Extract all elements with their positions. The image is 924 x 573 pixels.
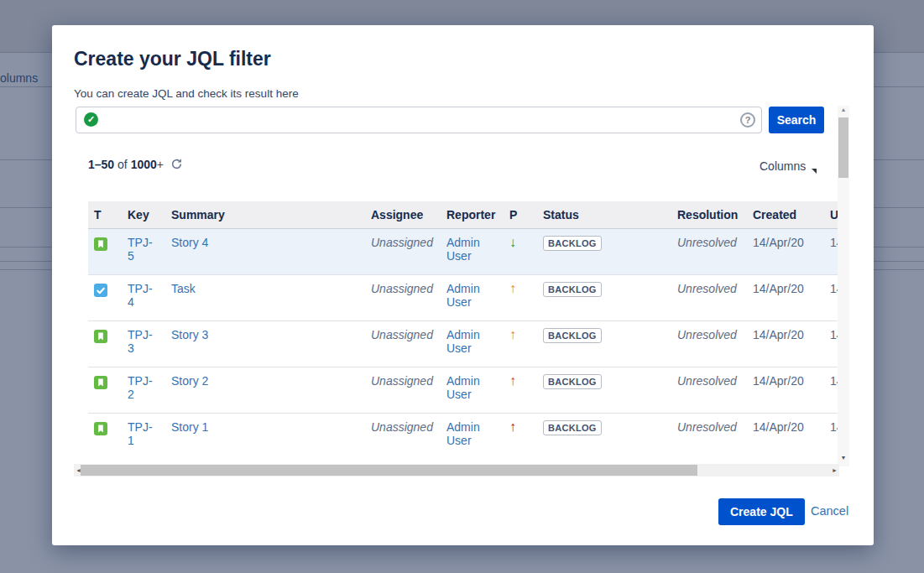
status-badge: BACKLOG <box>543 282 602 297</box>
reporter-link[interactable]: Admin User <box>446 282 480 309</box>
story-icon <box>94 376 107 389</box>
created-date: 14/Apr/20 <box>753 236 804 249</box>
reporter-link[interactable]: Admin User <box>446 420 480 447</box>
task-icon <box>94 284 107 297</box>
create-jql-button[interactable]: Create JQL <box>718 498 805 525</box>
resolution-value: Unresolved <box>677 282 737 295</box>
issue-table-body: TPJ-5Story 4UnassignedAdmin User↓BACKLOG… <box>88 228 839 459</box>
column-header-summary[interactable]: Summary <box>165 201 365 228</box>
page-overlay: olumns Create your JQL filter You can cr… <box>0 0 924 573</box>
status-badge: BACKLOG <box>543 420 602 435</box>
chevron-down-icon <box>812 169 817 174</box>
story-icon <box>94 237 107 251</box>
table-row[interactable]: TPJ-2Story 2UnassignedAdmin User↑BACKLOG… <box>88 367 839 413</box>
status-badge: BACKLOG <box>543 328 602 343</box>
issue-summary-link[interactable]: Task <box>171 282 196 295</box>
refresh-icon[interactable] <box>170 158 183 173</box>
resolution-value: Unresolved <box>677 328 737 341</box>
resolution-value: Unresolved <box>677 420 737 434</box>
valid-check-icon: ✓ <box>84 112 98 127</box>
results-of: of <box>117 158 128 171</box>
issue-table-wrapper: TKeySummaryAssigneeReporterPStatusResolu… <box>88 201 839 459</box>
columns-dropdown[interactable]: Columns <box>760 159 817 173</box>
status-badge: BACKLOG <box>543 236 602 251</box>
priority-up-icon: ↑ <box>509 419 516 434</box>
assignee-value: Unassigned <box>371 420 433 434</box>
issue-summary-link[interactable]: Story 3 <box>171 328 208 341</box>
created-date: 14/Apr/20 <box>753 374 804 388</box>
column-header-t[interactable]: T <box>88 201 122 228</box>
dialog-title: Create your JQL filter <box>74 48 271 70</box>
jql-field: ✓ ? <box>76 107 762 133</box>
issue-summary-link[interactable]: Story 2 <box>171 374 208 388</box>
table-row[interactable]: TPJ-1Story 1UnassignedAdmin User↑BACKLOG… <box>88 413 839 459</box>
background-columns-text: olumns <box>0 71 38 85</box>
priority-down-icon: ↓ <box>509 235 516 249</box>
assignee-value: Unassigned <box>371 328 433 341</box>
story-icon <box>94 422 107 435</box>
column-header-reporter[interactable]: Reporter <box>441 201 504 228</box>
status-badge: BACKLOG <box>543 374 602 389</box>
jql-input[interactable] <box>76 107 762 133</box>
table-row[interactable]: TPJ-5Story 4UnassignedAdmin User↓BACKLOG… <box>88 228 839 274</box>
horizontal-scrollbar[interactable]: ◄ ► <box>74 464 839 477</box>
assignee-value: Unassigned <box>371 236 433 249</box>
issue-table: TKeySummaryAssigneeReporterPStatusResolu… <box>88 201 839 459</box>
issue-key-link[interactable]: TPJ-5 <box>128 236 153 263</box>
issue-summary-link[interactable]: Story 4 <box>171 236 208 249</box>
column-header-status[interactable]: Status <box>537 201 671 228</box>
vertical-scrollbar-thumb[interactable] <box>838 117 848 178</box>
column-header-resolution[interactable]: Resolution <box>671 201 747 228</box>
issue-key-link[interactable]: TPJ-3 <box>128 328 153 355</box>
reporter-link[interactable]: Admin User <box>446 328 480 355</box>
priority-up-icon: ↑ <box>509 373 516 388</box>
created-date: 14/Apr/20 <box>753 282 804 295</box>
issue-key-link[interactable]: TPJ-4 <box>128 282 153 309</box>
column-header-key[interactable]: Key <box>122 201 165 228</box>
assignee-value: Unassigned <box>371 374 433 388</box>
issue-key-link[interactable]: TPJ-2 <box>128 374 153 401</box>
table-row[interactable]: TPJ-4TaskUnassignedAdmin User↑BACKLOGUnr… <box>88 274 839 320</box>
vertical-scrollbar[interactable]: ▲ ▼ <box>838 106 849 466</box>
scroll-up-icon[interactable]: ▲ <box>838 107 849 112</box>
cancel-button[interactable]: Cancel <box>811 504 848 518</box>
assignee-value: Unassigned <box>371 282 433 295</box>
columns-dropdown-label: Columns <box>760 159 806 173</box>
priority-up-icon: ↑ <box>509 281 516 295</box>
results-range: 1–50 <box>88 158 114 171</box>
issue-key-link[interactable]: TPJ-1 <box>128 420 153 447</box>
created-date: 14/Apr/20 <box>753 328 804 341</box>
created-date: 14/Apr/20 <box>753 420 804 434</box>
scroll-down-icon[interactable]: ▼ <box>838 455 849 461</box>
horizontal-scrollbar-thumb[interactable] <box>81 465 697 476</box>
table-header-row: TKeySummaryAssigneeReporterPStatusResolu… <box>88 201 839 228</box>
results-count: 1–50 of 1000+ <box>88 158 183 173</box>
resolution-value: Unresolved <box>677 236 737 249</box>
reporter-link[interactable]: Admin User <box>446 374 480 401</box>
resolution-value: Unresolved <box>677 374 737 388</box>
help-icon[interactable]: ? <box>740 112 755 128</box>
story-icon <box>94 330 107 343</box>
priority-up-icon: ↑ <box>509 327 516 341</box>
search-button[interactable]: Search <box>769 107 824 133</box>
dialog-subtitle: You can create JQL and check its result … <box>74 87 299 100</box>
reporter-link[interactable]: Admin User <box>446 236 480 263</box>
issue-summary-link[interactable]: Story 1 <box>171 420 208 434</box>
column-header-created[interactable]: Created <box>747 201 824 228</box>
table-row[interactable]: TPJ-3Story 3UnassignedAdmin User↑BACKLOG… <box>88 320 839 367</box>
column-header-assignee[interactable]: Assignee <box>365 201 441 228</box>
results-total: 1000 <box>131 158 157 171</box>
create-jql-filter-dialog: Create your JQL filter You can create JQ… <box>52 25 874 545</box>
results-plus: + <box>157 158 164 171</box>
scroll-right-icon[interactable]: ► <box>832 467 838 473</box>
column-header-p[interactable]: P <box>504 201 537 228</box>
